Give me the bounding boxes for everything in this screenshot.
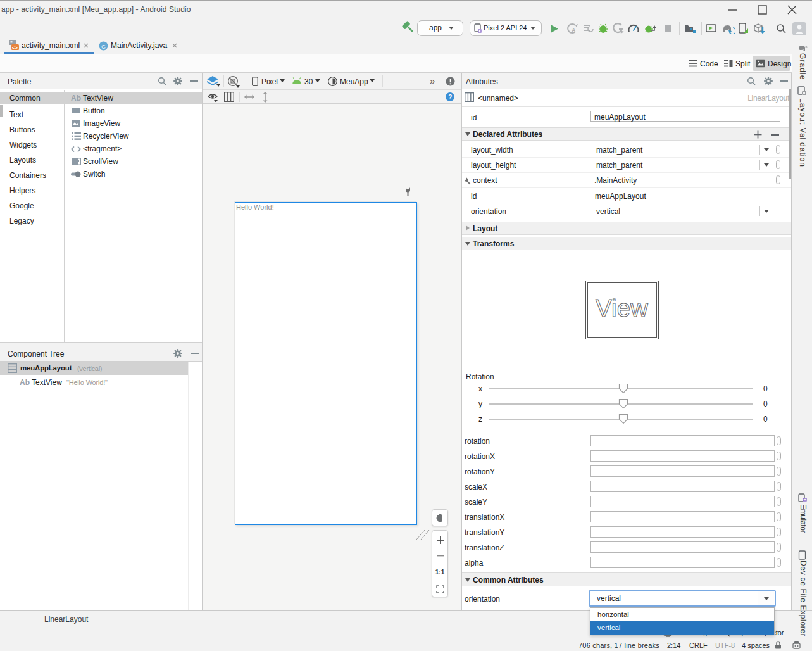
svg-text:C: C <box>101 43 106 50</box>
svg-text:?: ? <box>448 94 452 101</box>
svg-text:<>: <> <box>12 45 18 51</box>
svg-text:A: A <box>572 27 576 34</box>
